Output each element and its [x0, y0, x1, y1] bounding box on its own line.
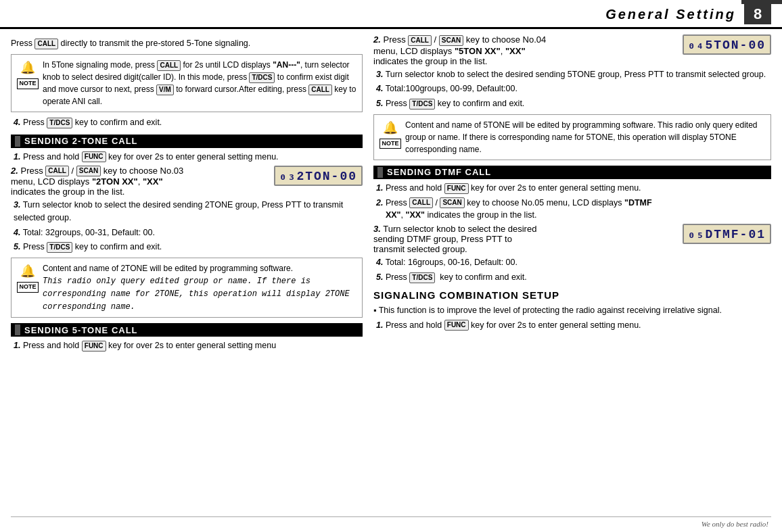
step-2tone-4: 4. Total: 32groups, 00-31, Default: 00. — [11, 226, 363, 239]
page-header: General Setting 8 — [0, 0, 782, 29]
call-key-dtmf: CALL — [409, 197, 433, 208]
section-5tone-title: SENDING 5-TONE CALL — [24, 325, 138, 335]
step-5tone-5: 5. Press T/DCS key to confirm and exit. — [373, 97, 771, 110]
step-5tone-3: 3. Turn selector knob to select the desi… — [373, 68, 771, 81]
note-text-2: Content and name of 2TONE will be edited… — [43, 262, 356, 313]
note-label-1: NOTE — [17, 78, 38, 89]
speaker-icon: 🔔 — [20, 59, 35, 77]
note-label-2: NOTE — [17, 282, 38, 293]
note-label-3: NOTE — [380, 139, 400, 149]
vm-key-note1: V/M — [156, 84, 174, 95]
section-bar-2tone — [15, 136, 20, 147]
bottom-divider — [11, 516, 771, 517]
step-5tone-1: 1. Press and hold FUNC key for over 2s t… — [11, 339, 363, 352]
scan-key-2tone: SCAN — [76, 166, 101, 176]
right-column: 2. Press CALL / SCAN key to choose No.04… — [373, 34, 771, 521]
tdcs-key-5tone: T/DCS — [409, 99, 435, 110]
section-dtmf-title: SENDING DTMF CALL — [387, 167, 491, 177]
step-5tone-4: 4. Total:100groups, 00-99, Default:00. — [373, 82, 771, 95]
signaling-para: ▪ This function is to improve the level … — [373, 304, 771, 317]
step-2tone-5: 5. Press T/DCS key to confirm and exit. — [11, 241, 363, 253]
tdcs-key-note1: T/DCS — [249, 72, 275, 83]
step-2tone-3: 3. Turn selector knob to select the desi… — [11, 199, 363, 224]
left-column: Press CALL directly to transmit the pre-… — [11, 34, 363, 521]
display-5tone: ₀₄5TON-00 — [683, 34, 771, 55]
note-text-3: Content and name of 5TONE will be edited… — [405, 119, 765, 155]
tdcs-key-2tone: T/DCS — [47, 242, 72, 253]
call-key-5tone: CALL — [408, 35, 432, 46]
step-2tone-2-wrapper: 2. Press CALL / SCAN key to choose No.03… — [11, 166, 363, 197]
call-key-note1: CALL — [157, 60, 181, 71]
step-2tone-1: 1. Press and hold FUNC key for over 2s t… — [11, 151, 363, 164]
main-content: Press CALL directly to transmit the pre-… — [0, 29, 782, 526]
intro-paragraph: Press CALL directly to transmit the pre-… — [11, 37, 363, 50]
section-2tone-title: SENDING 2-TONE CALL — [24, 136, 138, 146]
display-2tone: ₀₃2TON-00 — [274, 166, 363, 186]
tdcs-key-confirm: T/DCS — [47, 118, 72, 128]
step-dtmf-5: 5. Press T/DCS key to confirm and exit. — [373, 271, 771, 284]
step-4-confirm: 4. Press T/DCS key to confirm and exit. — [11, 116, 363, 129]
note2-mono-2: corresponding name for 2TONE, this opera… — [43, 289, 350, 299]
dtmf-section-wrapper: SENDING DTMF CALL 19 — [373, 166, 771, 179]
call-key-intro: CALL — [34, 39, 58, 49]
note-icon-3: 🔔 NOTE — [380, 119, 401, 149]
display-dtmf: ₀₅DTMF-01 — [683, 224, 771, 244]
scan-key-dtmf: SCAN — [440, 197, 464, 208]
note2-mono-3: corresponding name. — [43, 302, 135, 312]
func-key-5tone-1: FUNC — [82, 341, 106, 352]
section-dtmf-header: SENDING DTMF CALL — [373, 166, 771, 179]
signaling-section-title: SIGNALING COMBINATION SETUP — [373, 289, 771, 301]
section-2tone-header: SENDING 2-TONE CALL — [11, 135, 363, 148]
tdcs-key-dtmf: T/DCS — [409, 272, 435, 283]
scan-key-5tone: SCAN — [439, 35, 463, 46]
step-5tone-2-wrapper: 2. Press CALL / SCAN key to choose No.04… — [373, 34, 771, 66]
note-box-3: 🔔 NOTE Content and name of 5TONE will be… — [373, 114, 771, 160]
step-dtmf-3: 3. Turn selector knob to select the desi… — [373, 224, 672, 254]
step-dtmf-2: 2. Press CALL / SCAN key to choose No.05… — [373, 197, 771, 222]
note-box-2: 🔔 NOTE Content and name of 2TONE will be… — [11, 258, 363, 318]
func-key-2tone-1: FUNC — [82, 151, 106, 162]
note-icon-2: 🔔 NOTE — [17, 262, 39, 293]
note2-mono: This radio only query edited group or na… — [43, 276, 310, 286]
note-text-1: In 5Tone signaling mode, press CALL for … — [43, 59, 356, 107]
speaker-icon-3: 🔔 — [383, 119, 398, 137]
page-title: General Setting — [605, 7, 736, 22]
page-19-badge: 19 — [754, 167, 768, 178]
page-container: General Setting 8 Press CALL directly to… — [0, 0, 782, 532]
speaker-icon-2: 🔔 — [20, 262, 35, 281]
note-box-1: 🔔 NOTE In 5Tone signaling mode, press CA… — [11, 54, 363, 112]
section-bar-dtmf — [377, 167, 383, 178]
section-bar-5tone — [15, 324, 20, 335]
func-key-dtmf-1: FUNC — [444, 183, 469, 194]
footer-tagline: We only do best radio! — [702, 520, 768, 528]
step-dtmf-3-wrapper: 3. Turn selector knob to select the desi… — [373, 224, 771, 254]
page-number-box: 8 — [744, 4, 771, 24]
note-icon-1: 🔔 NOTE — [17, 59, 39, 89]
step-dtmf-4: 4. Total: 16groups, 00-16, Default: 00. — [373, 256, 771, 269]
step-2tone-2: 2. Press CALL / SCAN key to choose No.03… — [11, 166, 263, 197]
step-signaling-1: 1. Press and hold FUNC key for over 2s t… — [373, 319, 771, 332]
step-5tone-2: 2. Press CALL / SCAN key to choose No.04… — [373, 34, 672, 66]
header-top-bar — [741, 0, 782, 4]
section-5tone-header: SENDING 5-TONE CALL — [11, 323, 363, 337]
call-key-2tone: CALL — [45, 166, 69, 176]
call-key2-note1: CALL — [308, 84, 332, 95]
func-key-signaling-1: FUNC — [444, 320, 469, 331]
step-dtmf-1: 1. Press and hold FUNC key for over 2s t… — [373, 182, 771, 195]
